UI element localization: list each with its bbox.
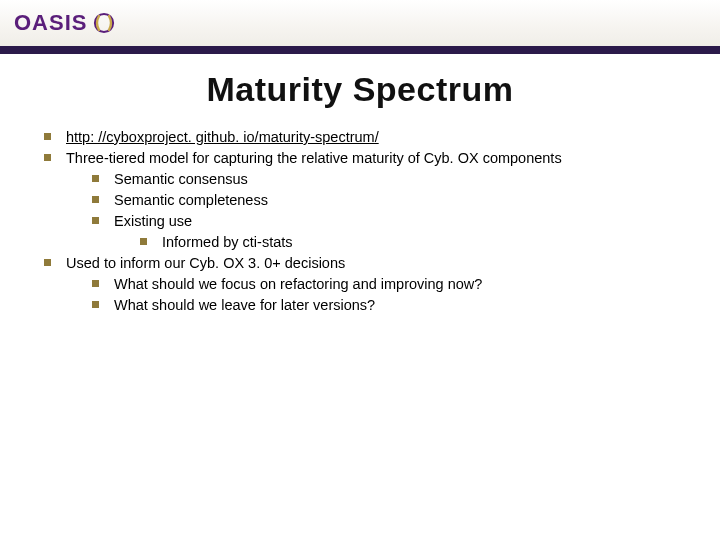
header-bar: OASIS [0,0,720,46]
list-item: Semantic consensus [92,169,700,190]
list-item: Informed by cti-stats [140,232,700,253]
bullet-text: Used to inform our Cyb. OX 3. 0+ decisio… [66,255,345,271]
bullet-list: http: //cyboxproject. github. io/maturit… [44,127,700,316]
accent-bar [0,46,720,54]
bullet-text: Informed by cti-stats [162,234,293,250]
sub-list: Semantic consensus Semantic completeness… [66,169,700,253]
bullet-text: Semantic completeness [114,192,268,208]
bullet-text: What should we focus on refactoring and … [114,276,482,292]
url-link[interactable]: http: //cyboxproject. github. io/maturit… [66,129,379,145]
oasis-logo: OASIS [14,10,115,36]
bullet-text: Three-tiered model for capturing the rel… [66,150,562,166]
list-item: What should we leave for later versions? [92,295,700,316]
sub-list: What should we focus on refactoring and … [66,274,700,316]
bullet-text: Existing use [114,213,192,229]
slide-content: http: //cyboxproject. github. io/maturit… [0,127,720,316]
list-item: Used to inform our Cyb. OX 3. 0+ decisio… [44,253,700,316]
list-item: Semantic completeness [92,190,700,211]
sub-sub-list: Informed by cti-stats [114,232,700,253]
list-item: Existing use Informed by cti-stats [92,211,700,253]
list-item: What should we focus on refactoring and … [92,274,700,295]
list-item: http: //cyboxproject. github. io/maturit… [44,127,700,148]
slide-title: Maturity Spectrum [0,70,720,109]
logo-text: OASIS [14,10,87,36]
bullet-text: Semantic consensus [114,171,248,187]
list-item: Three-tiered model for capturing the rel… [44,148,700,253]
bullet-text: What should we leave for later versions? [114,297,375,313]
logo-mark-icon [93,12,115,34]
